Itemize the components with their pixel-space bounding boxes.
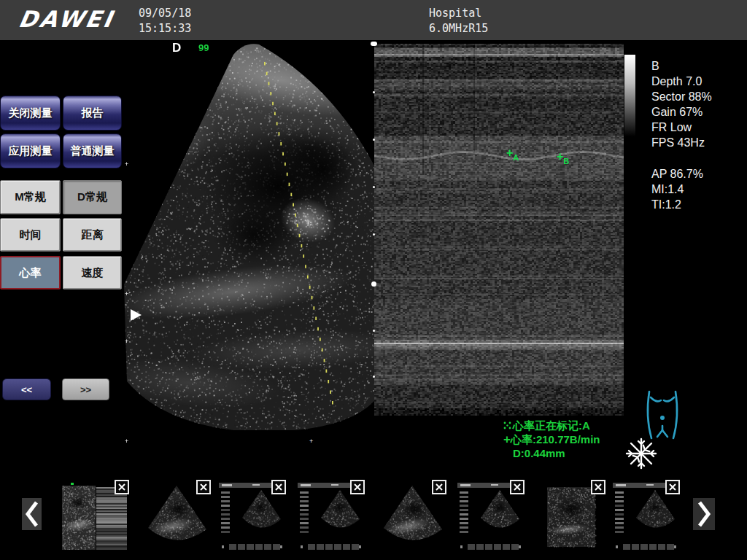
chevron-left-icon xyxy=(25,500,39,528)
button-label: 距离 xyxy=(82,228,104,242)
button-label: 速度 xyxy=(82,266,104,280)
hospital-label: Hospital xyxy=(429,7,481,20)
button-label: M常规 xyxy=(15,190,46,204)
thumbnail-4[interactable] xyxy=(298,481,363,553)
m-normal-button[interactable]: M常规 xyxy=(0,180,61,214)
thumbnail-close-button[interactable] xyxy=(510,480,525,494)
apply-measure-button[interactable]: 应用测量 xyxy=(0,133,61,168)
button-label: 心率 xyxy=(20,266,42,280)
thumbnail-8[interactable] xyxy=(613,481,678,553)
page-prev-button[interactable]: << xyxy=(2,378,51,400)
focus-marker-icon[interactable] xyxy=(131,309,142,321)
sector-line: Sector 88% xyxy=(651,89,712,104)
marker-letter: B xyxy=(563,157,569,166)
top-bar: DAWEI 09/05/18 15:15:33 Hospital 6.0MHzR… xyxy=(0,0,747,40)
scale-tick: + xyxy=(309,438,313,445)
distance-value-text: D:0.44mm xyxy=(503,446,600,460)
plus-icon: + xyxy=(503,432,511,446)
acoustic-power-line: AP 86.7% xyxy=(651,166,703,182)
time-label: 15:15:33 xyxy=(139,22,191,35)
button-label: 应用测量 xyxy=(9,144,53,158)
scale-tick: + xyxy=(125,161,128,168)
depth-line: Depth 7.0 xyxy=(651,74,712,89)
scale-tick: + xyxy=(125,338,128,345)
caliper-marker-b[interactable]: +B xyxy=(557,152,569,166)
close-measure-button[interactable]: 关闭测量 xyxy=(0,96,61,131)
thumbnail-close-button[interactable] xyxy=(271,480,286,494)
depth-dot-major xyxy=(371,281,376,287)
button-label: D常规 xyxy=(77,190,107,204)
m-line-top-marker xyxy=(371,42,377,46)
thumbnail-scroll-left-button[interactable] xyxy=(22,498,42,530)
mode-label: D xyxy=(172,41,181,55)
speed-button[interactable]: 速度 xyxy=(63,256,122,289)
time-button[interactable]: 时间 xyxy=(0,218,61,252)
depth-dot xyxy=(373,139,375,141)
close-icon xyxy=(275,483,282,491)
plus-icon: + xyxy=(557,150,563,163)
close-icon xyxy=(514,483,521,491)
plus-icon: + xyxy=(506,147,513,159)
button-label: >> xyxy=(80,384,91,395)
brand-logo: DAWEI xyxy=(17,6,117,32)
heart-rate-button[interactable]: 心率 xyxy=(0,256,61,289)
ultrasound-app: DAWEI 09/05/18 15:15:33 Hospital 6.0MHzR… xyxy=(0,0,747,560)
thumbnail-3[interactable] xyxy=(219,481,285,553)
distance-button[interactable]: 距离 xyxy=(63,218,122,252)
general-measure-button[interactable]: 普通测量 xyxy=(63,133,122,168)
thumbnail-close-button[interactable] xyxy=(350,480,365,494)
thumbnail-2[interactable] xyxy=(144,481,209,553)
freeze-snowflake-icon xyxy=(624,436,659,471)
thumbnail-close-button[interactable] xyxy=(115,480,129,494)
depth-dot xyxy=(373,91,375,93)
depth-dot xyxy=(373,186,375,188)
close-icon xyxy=(669,483,676,491)
date-label: 09/05/18 xyxy=(139,7,191,20)
button-label: 普通测量 xyxy=(71,144,115,158)
page-next-button[interactable]: >> xyxy=(62,378,109,400)
depth-dot xyxy=(373,376,375,378)
frame-rate-line: FR Low xyxy=(651,120,712,135)
ti-line: TI:1.2 xyxy=(651,197,703,212)
thumbnail-close-button[interactable] xyxy=(432,480,446,494)
marker-letter: A xyxy=(513,153,519,162)
thumbnail-close-button[interactable] xyxy=(196,480,211,494)
b-mode-image[interactable] xyxy=(124,40,374,430)
close-icon xyxy=(595,483,602,491)
mode-line: B xyxy=(651,58,712,74)
button-label: << xyxy=(21,384,32,395)
thumbnail-close-button[interactable] xyxy=(591,480,605,494)
thumbnail-7[interactable] xyxy=(538,481,604,553)
gain-line: Gain 67% xyxy=(651,104,712,120)
active-marker-icon xyxy=(503,421,511,429)
scale-tick: + xyxy=(125,438,128,445)
thumbnail-6[interactable] xyxy=(457,481,523,553)
close-icon xyxy=(118,483,125,491)
thumbnail-5[interactable] xyxy=(379,481,445,553)
thumbnail-scroll-right-button[interactable] xyxy=(693,498,715,530)
thumbnail-1[interactable] xyxy=(62,481,128,553)
close-icon xyxy=(354,483,361,491)
button-label: 报告 xyxy=(82,106,104,120)
d-normal-button[interactable]: D常规 xyxy=(63,180,122,214)
image-info-panel: B Depth 7.0 Sector 88% Gain 67% FR Low F… xyxy=(651,58,712,150)
frame-number: 99 xyxy=(198,42,209,53)
button-label: 时间 xyxy=(20,228,42,242)
scale-tick: + xyxy=(125,291,128,298)
hr-status-text: 心率正在标记:A xyxy=(513,419,590,432)
hr-value-text: 心率:210.77B/min xyxy=(511,433,600,446)
depth-dot xyxy=(373,233,375,236)
chevron-right-icon xyxy=(697,500,711,528)
measurement-readout: 心率正在标记:A +心率:210.77B/min D:0.44mm xyxy=(503,419,600,460)
close-icon xyxy=(436,483,443,491)
m-mode-image[interactable] xyxy=(374,44,624,416)
fps-line: FPS 43Hz xyxy=(651,135,712,150)
thumbnail-close-button[interactable] xyxy=(665,480,680,494)
caliper-marker-a[interactable]: +A xyxy=(506,148,519,163)
close-icon xyxy=(200,483,207,491)
probe-frequency-label: 6.0MHzR15 xyxy=(429,22,488,35)
report-button[interactable]: 报告 xyxy=(63,96,122,131)
body-marker-icon[interactable] xyxy=(639,389,686,440)
depth-dot xyxy=(373,330,375,332)
mi-line: MI:1.4 xyxy=(651,182,703,197)
